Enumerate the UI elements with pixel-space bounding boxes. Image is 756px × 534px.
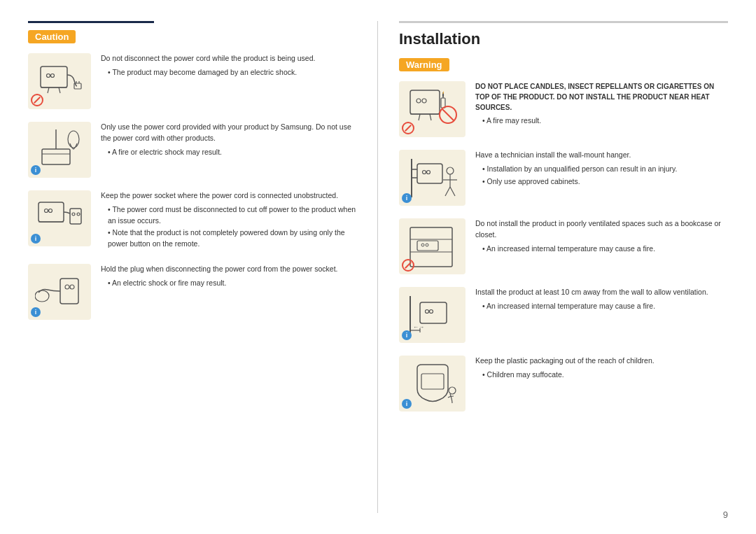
svg-point-17 [72, 213, 75, 216]
caution-image-1 [28, 53, 91, 109]
info-indicator-3: i [31, 234, 41, 244]
svg-point-52 [429, 309, 433, 313]
install-image-5: i [399, 356, 465, 412]
svg-point-21 [70, 285, 74, 289]
caution-text-2: Only use the power cord provided with yo… [101, 122, 356, 159]
svg-rect-9 [42, 149, 70, 164]
install-text-5: Keep the plastic packaging out of the re… [475, 356, 728, 382]
svg-rect-23 [410, 90, 440, 114]
svg-line-4 [48, 87, 49, 93]
svg-point-58 [449, 387, 456, 394]
caution-item-3: i Keep the power socket where the power … [28, 190, 356, 251]
no-indicator-i3 [402, 259, 414, 272]
svg-point-20 [65, 285, 69, 289]
caution-item-2: i Only use the power cord provided with … [28, 122, 356, 178]
install-icon-2 [405, 155, 461, 201]
svg-point-13 [45, 209, 48, 213]
svg-point-48 [426, 244, 428, 246]
svg-rect-46 [417, 241, 438, 251]
install-icon-4: ←→ [405, 293, 461, 338]
svg-point-1 [47, 74, 50, 78]
caution-image-3: i [28, 190, 91, 246]
install-item-2: i Have a technician install the wall-mou… [399, 150, 728, 206]
svg-point-25 [422, 99, 426, 103]
caution-text-3: Keep the power socket where the power co… [101, 190, 356, 251]
svg-line-28 [430, 114, 431, 120]
install-item-4: ←→ i Install the product at least 10 cm … [399, 287, 728, 343]
info-indicator-4: i [31, 307, 41, 317]
svg-line-41 [445, 187, 450, 196]
svg-line-27 [419, 114, 420, 120]
svg-point-35 [426, 170, 430, 174]
install-image-1 [399, 81, 465, 137]
info-indicator-i4: i [402, 330, 412, 340]
caution-image-4: i [28, 264, 91, 320]
caution-icon-3 [35, 198, 84, 239]
caution-badge: Caution [28, 30, 76, 43]
installation-title: Installation [399, 30, 728, 48]
right-column: Installation Warning [378, 21, 728, 513]
install-text-2: Have a technician install the wall-mount… [475, 150, 728, 188]
info-indicator-i5: i [402, 399, 412, 409]
caution-image-2: i [28, 122, 91, 178]
info-indicator-2: i [31, 165, 41, 175]
svg-point-2 [51, 74, 55, 78]
install-item-3: Do not install the product in poorly ven… [399, 218, 728, 274]
caution-icon-4 [35, 272, 84, 312]
top-line-left [28, 21, 154, 23]
caution-text-4: Hold the plug when disconnecting the pow… [101, 264, 356, 290]
caution-icon-2 [35, 129, 84, 170]
svg-line-42 [450, 187, 455, 196]
svg-point-38 [447, 167, 454, 174]
page-container: Caution [0, 0, 756, 534]
svg-point-47 [421, 244, 424, 246]
info-indicator-i2: i [402, 193, 412, 203]
svg-rect-16 [70, 209, 81, 224]
svg-rect-29 [441, 98, 445, 108]
svg-point-34 [422, 170, 426, 174]
install-text-3: Do not install the product in poorly ven… [475, 218, 728, 255]
svg-rect-43 [410, 227, 452, 267]
svg-point-51 [425, 309, 428, 313]
svg-point-22 [35, 290, 49, 302]
caution-icon-1 [35, 61, 84, 101]
install-item-1: DO NOT PLACE CANDLES, INSECT REPELLANTS … [399, 81, 728, 137]
svg-line-31 [442, 109, 454, 120]
svg-point-14 [49, 209, 52, 213]
svg-rect-57 [421, 374, 444, 389]
caution-text-1: Do not disconnect the power cord while t… [101, 53, 356, 80]
svg-line-5 [59, 87, 60, 93]
svg-point-24 [416, 99, 421, 103]
no-indicator-i1 [402, 122, 414, 134]
install-text-1: DO NOT PLACE CANDLES, INSECT REPELLANTS … [475, 81, 728, 128]
install-image-4: ←→ i [399, 287, 465, 343]
caution-item-1: Do not disconnect the power cord while t… [28, 53, 356, 109]
svg-point-11 [68, 131, 79, 148]
no-indicator-1 [31, 94, 43, 106]
page-number: 9 [723, 510, 728, 520]
caution-item-4: i Hold the plug when disconnecting the p… [28, 264, 356, 320]
svg-text:←→: ←→ [413, 324, 424, 330]
warning-badge: Warning [399, 58, 449, 71]
install-text-4: Install the product at least 10 cm away … [475, 287, 728, 314]
left-column: Caution [28, 21, 378, 513]
install-image-2: i [399, 150, 465, 206]
install-icon-5 [405, 361, 461, 407]
install-item-5: i Keep the plastic packaging out of the … [399, 356, 728, 412]
svg-point-18 [77, 213, 80, 216]
svg-rect-50 [420, 302, 447, 323]
install-image-3 [399, 218, 465, 274]
top-line-right [399, 21, 728, 23]
svg-rect-19 [60, 279, 78, 304]
